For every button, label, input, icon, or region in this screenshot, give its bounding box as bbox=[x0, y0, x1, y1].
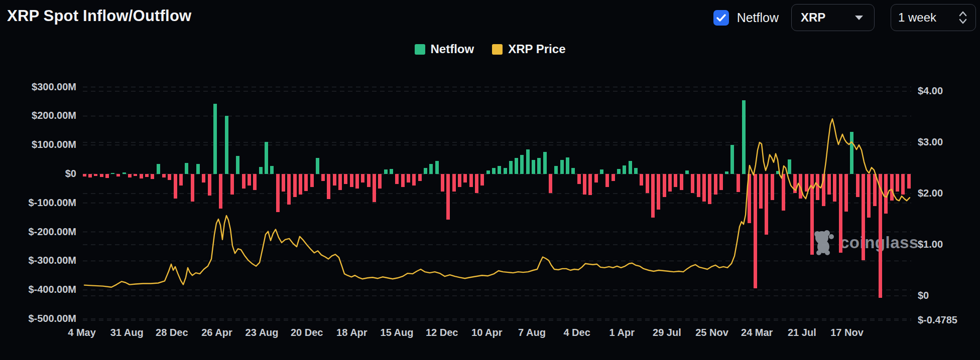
y-axis-label-left: $-300.00M bbox=[0, 255, 76, 266]
check-icon bbox=[716, 14, 726, 22]
legend-swatch-icon bbox=[492, 44, 503, 55]
symbol-select-value: XRP bbox=[801, 11, 825, 25]
y-axis-label-right: $-0.4785 bbox=[918, 314, 957, 326]
legend-item-xrp-price[interactable]: XRP Price bbox=[492, 42, 565, 56]
coinglass-logo-icon bbox=[812, 230, 835, 255]
legend-swatch-icon bbox=[415, 44, 425, 55]
y-axis-label-left: $100.00M bbox=[0, 139, 76, 150]
stepper-icon bbox=[957, 10, 968, 25]
gridlines bbox=[83, 87, 911, 320]
watermark-label: coinglass bbox=[840, 233, 919, 252]
y-axis-label-left: $-100.00M bbox=[0, 197, 76, 209]
y-axis-label-right: $2.00 bbox=[918, 188, 943, 199]
header-controls: Netflow XRP 1 week bbox=[713, 4, 976, 31]
y-axis-label-left: $300.00M bbox=[0, 81, 76, 93]
x-axis-label: 17 Nov bbox=[819, 327, 875, 338]
y-axis-label-right: $3.00 bbox=[918, 136, 943, 148]
y-axis-label-right: $0 bbox=[918, 290, 929, 301]
netflow-checkbox[interactable] bbox=[713, 10, 729, 26]
interval-select[interactable]: 1 week bbox=[891, 4, 976, 31]
chevron-down-icon bbox=[855, 16, 863, 20]
symbol-select[interactable]: XRP bbox=[791, 4, 875, 31]
y-axis-label-right: $4.00 bbox=[918, 85, 943, 97]
y-axis-label-left: $0 bbox=[0, 168, 76, 179]
y-axis-label-left: $200.00M bbox=[0, 110, 76, 121]
netflow-bars bbox=[83, 100, 911, 298]
legend-label: Netflow bbox=[431, 42, 474, 56]
legend-label: XRP Price bbox=[508, 42, 565, 56]
interval-select-value: 1 week bbox=[898, 11, 936, 25]
page-title: XRP Spot Inflow/Outflow bbox=[7, 7, 191, 25]
y-axis-label-left: $-500.00M bbox=[0, 313, 76, 324]
y-axis-label-right: $1.00 bbox=[918, 239, 943, 250]
y-axis-label-left: $-200.00M bbox=[0, 226, 76, 238]
price-line bbox=[84, 119, 910, 287]
netflow-toggle-label: Netflow bbox=[737, 11, 779, 25]
netflow-toggle[interactable]: Netflow bbox=[713, 10, 779, 26]
app: XRP Spot Inflow/Outflow Netflow XRP 1 we… bbox=[0, 0, 980, 360]
chart-legend: NetflowXRP Price bbox=[0, 42, 980, 56]
legend-item-netflow[interactable]: Netflow bbox=[415, 42, 474, 56]
y-axis-label-left: $-400.00M bbox=[0, 284, 76, 295]
watermark: coinglass bbox=[812, 230, 919, 255]
